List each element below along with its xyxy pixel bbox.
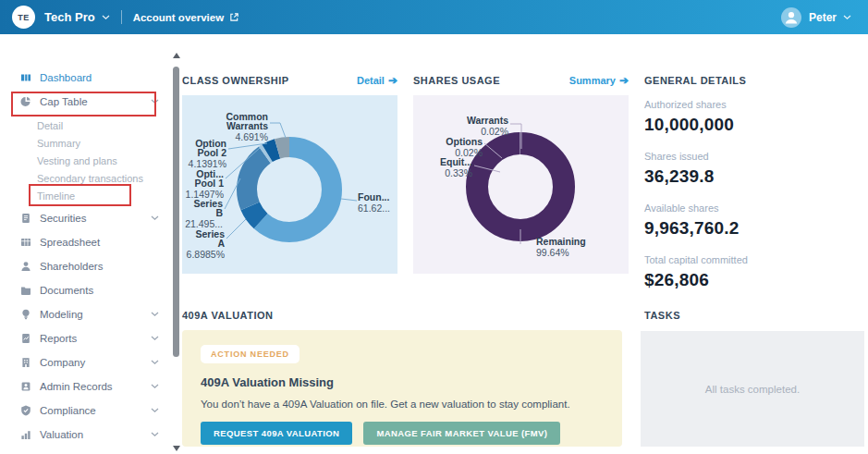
stat-label: Total capital committed: [644, 254, 864, 266]
sidebar-item-label: Company: [40, 357, 85, 368]
sidebar-item-secondary-transactions[interactable]: Secondary transactions: [0, 169, 169, 187]
segment-name: Options: [446, 137, 483, 146]
sidebar-item-label: Summary: [37, 138, 80, 149]
class-ownership-detail-link[interactable]: Detail ➔: [357, 75, 397, 86]
class-ownership-title: CLASS OWNERSHIP: [182, 75, 289, 86]
sidebar-item-timeline[interactable]: Timeline: [0, 187, 169, 204]
segment-value: 61.62...: [358, 203, 390, 213]
user-chevron-down-icon[interactable]: [843, 15, 851, 20]
stat-label: Shares issued: [644, 151, 864, 163]
sidebar-item-shareholders[interactable]: Shareholders: [0, 254, 169, 278]
sidebar-item-compliance[interactable]: Compliance: [0, 399, 169, 423]
shareholders-icon: [20, 261, 31, 272]
sidebar-item-label: Cap Table: [40, 96, 88, 107]
chart-label-series-a: SeriesA6.8985%: [187, 229, 225, 259]
shares-usage-summary-link[interactable]: Summary ➔: [569, 75, 629, 86]
valuation-icon: [20, 429, 31, 440]
sidebar-item-label: Detail: [37, 120, 63, 131]
general-details-stats: Authorized shares10,000,000Shares issued…: [644, 99, 864, 306]
sidebar-item-dashboard[interactable]: Dashboard: [0, 66, 169, 90]
sidebar-item-securities[interactable]: Securities: [0, 206, 169, 230]
sidebar-item-vesting-and-plans[interactable]: Vesting and plans: [0, 152, 169, 169]
sidebar-item-reports[interactable]: Reports: [0, 326, 169, 350]
modeling-icon: [20, 309, 31, 320]
account-overview-link[interactable]: Account overview: [133, 12, 239, 23]
user-name[interactable]: Peter: [809, 11, 837, 24]
stat-available-shares: Available shares9,963,760.2: [644, 202, 864, 239]
chevron-down-icon[interactable]: [151, 360, 159, 365]
sidebar-item-label: Dashboard: [40, 72, 92, 83]
segment-value: 0.33%: [440, 168, 472, 178]
sidebar-item-label: Documents: [40, 285, 93, 296]
segment-name: Warrants: [226, 121, 269, 130]
admin-records-icon: [20, 381, 31, 392]
chevron-down-icon[interactable]: [151, 312, 159, 317]
class-ownership-chart: Foun...61.62...SeriesA6.8985%SeriesB21.4…: [182, 95, 397, 274]
chevron-down-icon[interactable]: [151, 215, 159, 221]
chevron-down-icon[interactable]: [151, 384, 159, 389]
chevron-down-icon[interactable]: [151, 432, 159, 437]
sidebar-nav: DashboardCap TableDetailSummaryVesting a…: [0, 34, 169, 454]
detail-link-label: Detail: [357, 75, 385, 86]
sidebar-item-detail[interactable]: Detail: [0, 117, 169, 134]
chart-label-option-pool-2: OptionPool 24.1391%: [189, 139, 226, 168]
shares-usage-header: SHARES USAGE Summary ➔: [413, 75, 629, 86]
org-chevron-down-icon[interactable]: [102, 15, 110, 20]
sidebar-item-spreadsheet[interactable]: Spreadsheet: [0, 230, 169, 254]
external-link-icon: [229, 12, 239, 22]
sidebar-item-cap-table[interactable]: Cap Table: [0, 90, 169, 114]
tasks-card: All tasks completed.: [641, 331, 864, 447]
chevron-down-icon[interactable]: [151, 336, 159, 341]
chevron-down-icon[interactable]: [151, 99, 159, 104]
stat-value: 9,963,760.2: [644, 218, 864, 239]
valuation-409a-card: ACTION NEEDED 409A Valuation Missing You…: [182, 330, 622, 447]
sidebar-item-label: Spreadsheet: [40, 237, 100, 248]
chart-label-warrants: Warrants0.02%: [467, 116, 508, 136]
sidebar-item-modeling[interactable]: Modeling: [0, 302, 169, 326]
sidebar-item-summary[interactable]: Summary: [0, 134, 169, 152]
scrollbar-thumb[interactable]: [173, 67, 179, 357]
general-details-header: GENERAL DETAILS: [644, 75, 864, 86]
stat-shares-issued: Shares issued36,239.8: [644, 151, 864, 187]
sidebar-item-valuation[interactable]: Valuation: [0, 423, 169, 447]
chart-label-foun: Foun...61.62...: [358, 192, 390, 213]
header-divider: [121, 10, 122, 24]
org-initials: TE: [18, 13, 30, 22]
org-name[interactable]: Tech Pro: [44, 10, 95, 24]
segment-name: Pool 1: [186, 178, 224, 188]
segment-value: 6.8985%: [187, 250, 225, 259]
shares-usage-chart: Remaining99.64%Equit...0.33%Options0.02%…: [413, 95, 629, 274]
arrow-right-icon: ➔: [619, 76, 629, 86]
sidebar-item-label: Secondary transactions: [37, 173, 143, 184]
sidebar-item-admin-records[interactable]: Admin Records: [0, 374, 169, 399]
chart-label-common-warrants: CommonWarrants4.691%: [226, 112, 269, 141]
stat-value: $26,806: [644, 270, 864, 290]
tasks-header: TASKS: [644, 310, 864, 321]
scroll-down-arrow-icon[interactable]: [173, 446, 180, 451]
sidebar-item-documents[interactable]: Documents: [0, 278, 169, 302]
company-icon: [20, 357, 31, 368]
segment-name: Equit...: [440, 157, 472, 166]
chevron-down-icon[interactable]: [151, 408, 159, 413]
shares-usage-donut: [413, 95, 629, 274]
account-overview-label: Account overview: [133, 12, 224, 23]
manage-fmv-button[interactable]: MANAGE FAIR MARKET VALUE (FMV): [363, 422, 560, 445]
user-avatar-icon[interactable]: [781, 7, 801, 28]
top-header: TE Tech Pro Account overview Peter: [0, 0, 868, 34]
shares-usage-title: SHARES USAGE: [413, 75, 500, 86]
request-409a-valuation-button[interactable]: REQUEST 409A VALUATION: [201, 422, 352, 445]
sidebar-item-company[interactable]: Company: [0, 350, 169, 374]
segment-name: Pool 2: [189, 148, 226, 157]
sidebar-item-label: Timeline: [37, 190, 75, 202]
chart-label-opti-pool-1: Opti...Pool 11.1497%: [186, 169, 224, 199]
segment-value: 1.1497%: [186, 190, 224, 199]
segment-value: 0.02%: [467, 127, 508, 136]
documents-icon: [20, 285, 31, 296]
org-avatar[interactable]: TE: [12, 6, 35, 29]
sidebar-item-label: Modeling: [40, 309, 83, 320]
segment-value: 21.495...: [185, 219, 223, 228]
summary-link-label: Summary: [569, 75, 616, 86]
spreadsheet-icon: [20, 237, 31, 248]
valuation-missing-description: You don’t have a 409A Valuation on file.…: [201, 399, 604, 410]
scroll-up-arrow-icon[interactable]: [173, 53, 180, 58]
